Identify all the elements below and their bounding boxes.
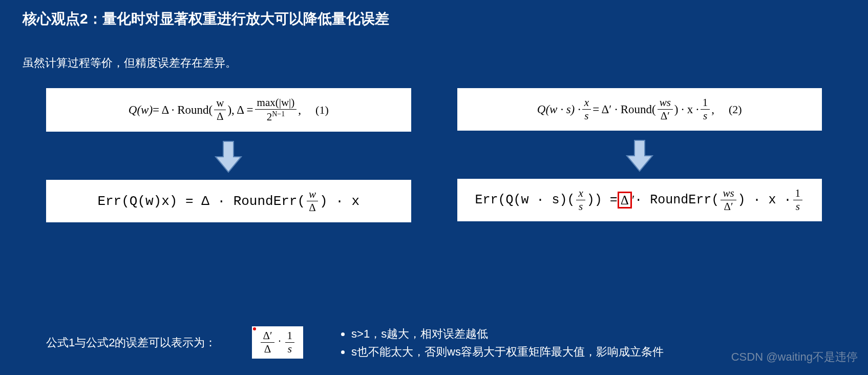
formula-columns: Q(w) = Δ · Round( w Δ ), Δ = max(|w|) 2N… bbox=[0, 71, 868, 222]
arrow-down-icon bbox=[622, 138, 658, 174]
ratio-f2-den: s bbox=[286, 343, 294, 355]
ratio-frac2: 1 s bbox=[285, 330, 295, 355]
f2-tail: , bbox=[711, 103, 714, 116]
ratio-frac1: Δ′ Δ bbox=[261, 330, 274, 355]
ratio-f1-num: Δ′ bbox=[261, 330, 274, 343]
column-formula-1: Q(w) = Δ · Round( w Δ ), Δ = max(|w|) 2N… bbox=[46, 88, 411, 222]
f1-lhs: Q(w) bbox=[129, 103, 153, 117]
ratio-f2-num: 1 bbox=[285, 330, 295, 343]
error-1-box: Err(Q(w)x) = Δ · RoundErr( w Δ ) · x bbox=[46, 180, 411, 222]
f2-fracB-den: Δ′ bbox=[659, 110, 672, 121]
marker-dot-icon bbox=[253, 327, 256, 330]
f1-frac1-den: Δ bbox=[215, 110, 226, 122]
f2-fracA-den: s bbox=[582, 110, 590, 121]
f2-fracB: ws Δ′ bbox=[658, 97, 673, 121]
err1-frac-num: w bbox=[307, 189, 318, 201]
column-formula-2: Q(w · s) · x s = Δ′ · Round( ws Δ′ ) · x… bbox=[457, 88, 822, 222]
f1-tail: , bbox=[298, 103, 301, 117]
err2-fracA-den: s bbox=[577, 200, 585, 212]
error-2-box: Err(Q(w · s)( x s )) = Δ′ · RoundErr( ws… bbox=[457, 179, 822, 221]
f2-fracC-num: 1 bbox=[701, 97, 710, 110]
f1-frac2-den-base: 2 bbox=[267, 111, 272, 123]
bottom-row: 公式1与公式2的误差可以表示为： Δ′ Δ · 1 s s>1，s越大，相对误差… bbox=[46, 325, 848, 361]
err2-fracC-den: s bbox=[794, 200, 802, 212]
watermark-text: CSDN @waiting不是违停 bbox=[731, 349, 858, 365]
err1-frac: w Δ bbox=[307, 189, 318, 213]
f1-frac1-num: w bbox=[214, 98, 226, 110]
bottom-label: 公式1与公式2的误差可以表示为： bbox=[46, 335, 216, 350]
err1-pre: Err(Q(w)x) = Δ · RoundErr( bbox=[97, 194, 305, 209]
err2-delta: Δ bbox=[621, 193, 629, 207]
err1-post: ) · x bbox=[320, 194, 359, 209]
err2-fracA: x s bbox=[576, 188, 585, 212]
f1-frac2-den-exp: N−1 bbox=[272, 110, 285, 118]
err2-fracC-num: 1 bbox=[793, 188, 803, 200]
f2-fracB-num: ws bbox=[658, 97, 673, 110]
ratio-f1-den: Δ bbox=[262, 343, 273, 355]
f1-mid: = Δ · Round( bbox=[153, 103, 213, 117]
err1-frac-den: Δ bbox=[307, 201, 318, 213]
f1-frac1: w Δ bbox=[214, 98, 226, 122]
err2-pre: Err(Q(w · s)( bbox=[475, 193, 575, 207]
f2-fracA-num: x bbox=[582, 97, 591, 110]
err2-mid3: ) · x · bbox=[738, 193, 792, 207]
f1-frac2-den: 2N−1 bbox=[265, 110, 287, 122]
err2-mid2: · RoundErr( bbox=[634, 193, 719, 207]
err2-fracB-den: Δ′ bbox=[722, 200, 735, 212]
ratio-dot: · bbox=[279, 336, 284, 347]
formula-2-box: Q(w · s) · x s = Δ′ · Round( ws Δ′ ) · x… bbox=[457, 88, 822, 131]
f2-mid: = Δ′ · Round( bbox=[592, 103, 656, 116]
f2-eqnum: (2) bbox=[729, 103, 742, 116]
err2-mid1: )) = bbox=[587, 193, 618, 207]
slide-subtitle: 虽然计算过程等价，但精度误差存在差异。 bbox=[0, 29, 868, 71]
f1-after: ), Δ = bbox=[227, 103, 253, 117]
f1-frac2: max(|w|) 2N−1 bbox=[255, 97, 297, 122]
bullet-list: s>1，s越大，相对误差越低 s也不能太大，否则ws容易大于权重矩阵最大值，影响… bbox=[339, 325, 664, 361]
ratio-formula-box: Δ′ Δ · 1 s bbox=[252, 326, 303, 359]
bullet-item: s也不能太大，否则ws容易大于权重矩阵最大值，影响成立条件 bbox=[351, 343, 664, 361]
err2-fracB: ws Δ′ bbox=[721, 188, 736, 212]
err2-fracA-num: x bbox=[576, 188, 585, 200]
f2-after: ) · x · bbox=[674, 103, 699, 116]
f2-fracC-den: s bbox=[701, 110, 709, 121]
f2-fracC: 1 s bbox=[701, 97, 710, 121]
formula-1-box: Q(w) = Δ · Round( w Δ ), Δ = max(|w|) 2N… bbox=[46, 88, 411, 132]
slide-title: 核心观点2：量化时对显著权重进行放大可以降低量化误差 bbox=[0, 0, 868, 29]
arrow-down-icon bbox=[210, 139, 246, 175]
f1-eqnum: (1) bbox=[315, 103, 329, 117]
f1-frac2-num: max(|w|) bbox=[255, 97, 297, 110]
highlighted-delta: Δ bbox=[618, 192, 632, 209]
bullet-item: s>1，s越大，相对误差越低 bbox=[351, 325, 664, 343]
err2-fracC: 1 s bbox=[793, 188, 803, 212]
err2-fracB-num: ws bbox=[721, 188, 736, 200]
f2-fracA: x s bbox=[582, 97, 591, 121]
f2-lhs: Q(w · s) · bbox=[537, 103, 581, 116]
